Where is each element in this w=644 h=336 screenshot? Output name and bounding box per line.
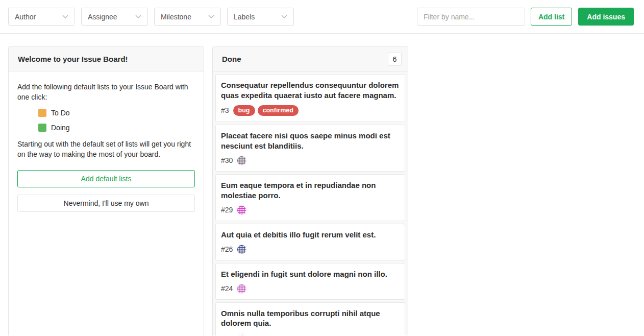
issue-board-area: Welcome to your Issue Board! Add the fol… [0,34,644,335]
assignee-avatar [237,333,246,335]
chevron-down-icon [281,15,287,18]
issue-card[interactable]: Eum eaque tempora et in repudiandae non … [215,174,405,221]
assignee-dropdown-label: Assignee [88,13,117,21]
done-board-title: Done [222,55,241,63]
add-default-lists-button[interactable]: Add default lists [17,170,195,187]
name-filter-input[interactable] [417,8,525,26]
labels-dropdown-label: Labels [234,13,255,21]
issue-footer: #26 [221,245,400,254]
filter-bar: Author Assignee Milestone Labels Add lis… [0,0,644,34]
welcome-board-body: Add the following default lists to your … [9,71,204,335]
label-badge-bug[interactable]: bug [233,105,255,116]
issue-count-badge: 6 [388,53,402,66]
author-dropdown-label: Author [15,13,36,21]
issue-card[interactable]: Placeat facere nisi quos saepe minus mod… [215,125,405,172]
todo-color-swatch [38,109,46,117]
issue-footer: #23 [221,333,400,335]
welcome-board-title: Welcome to your Issue Board! [18,55,128,63]
assignee-dropdown[interactable]: Assignee [81,8,148,26]
assignee-avatar [237,284,246,294]
welcome-board-header: Welcome to your Issue Board! [9,47,204,71]
welcome-intro-text: Add the following default lists to your … [17,82,195,103]
milestone-dropdown[interactable]: Milestone [154,8,221,26]
author-dropdown[interactable]: Author [8,8,75,26]
assignee-avatar [237,205,246,215]
issue-title[interactable]: Placeat facere nisi quos saepe minus mod… [221,131,400,151]
labels-dropdown[interactable]: Labels [227,8,294,26]
add-list-button[interactable]: Add list [531,8,572,26]
chevron-down-icon [135,15,141,18]
issue-number: #24 [221,284,233,293]
done-issue-list: Consequatur repellendus consequuntur dol… [213,71,408,335]
chevron-down-icon [62,15,68,18]
welcome-outro-text: Starting out with the default set of lis… [17,139,195,160]
issue-title[interactable]: Eum eaque tempora et in repudiandae non … [221,180,400,201]
doing-color-swatch [38,124,46,132]
assignee-avatar [237,245,246,254]
assignee-avatar [237,156,246,165]
issue-footer: #29 [221,205,400,215]
issue-card[interactable]: Aut quia et debitis illo fugit rerum vel… [215,224,405,260]
issue-title[interactable]: Et eligendi in fugit sunt dolore magni n… [221,269,400,279]
issue-number: #26 [221,245,233,253]
issue-card[interactable]: Et eligendi in fugit sunt dolore magni n… [215,263,405,300]
issue-number: #3 [221,106,229,114]
issue-footer: #24 [221,284,400,294]
issue-title[interactable]: Aut quia et debitis illo fugit rerum vel… [221,230,400,240]
nevermind-button[interactable]: Nevermind, I'll use my own [17,195,195,212]
milestone-dropdown-label: Milestone [161,13,191,21]
welcome-board: Welcome to your Issue Board! Add the fol… [8,46,204,335]
issue-title[interactable]: Omnis nulla temporibus corrupti nihil at… [221,308,400,329]
chevron-down-icon [208,15,214,18]
issue-labels: bug confirmed [233,105,299,116]
default-list-todo: To Do [38,108,195,118]
label-badge-confirmed[interactable]: confirmed [258,105,299,116]
done-board-header[interactable]: Done 6 [213,47,408,71]
doing-list-label: Doing [51,123,70,133]
issue-number: #23 [221,334,233,335]
default-list-doing: Doing [38,123,195,133]
issue-number: #29 [221,206,233,214]
issue-number: #30 [221,156,233,164]
issue-footer: #3 bug confirmed [221,105,400,116]
done-board: Done 6 Consequatur repellendus consequun… [212,46,408,335]
issue-footer: #30 [221,156,400,165]
issue-title[interactable]: Consequatur repellendus consequuntur dol… [221,80,400,101]
issue-card[interactable]: Consequatur repellendus consequuntur dol… [215,74,405,122]
todo-list-label: To Do [51,108,70,118]
add-issues-button[interactable]: Add issues [578,8,634,26]
issue-card[interactable]: Omnis nulla temporibus corrupti nihil at… [215,302,405,336]
